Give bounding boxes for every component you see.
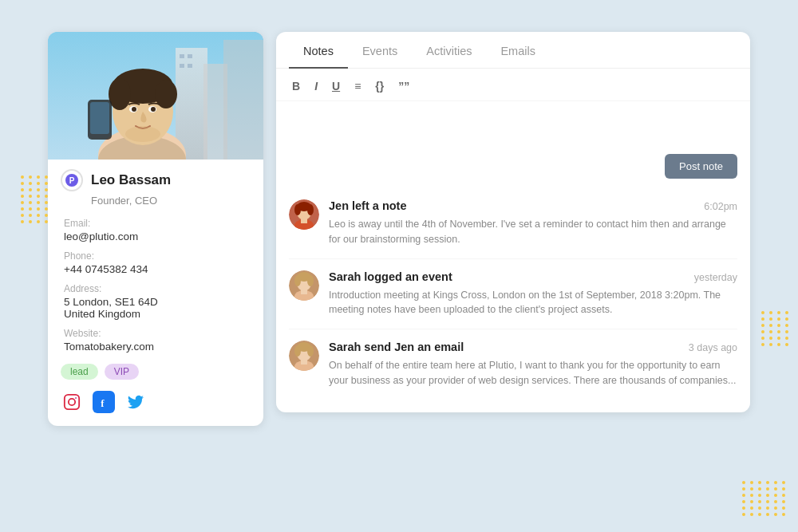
svg-rect-7 [188,64,192,68]
tag-vip[interactable]: VIP [105,364,139,380]
profile-info: P Leo Bassam Founder, CEO Email: leo@plu… [48,160,263,426]
tab-activities[interactable]: Activities [412,32,486,69]
note-content-3: Sarah send Jen an email 3 days ago On be… [329,341,737,388]
italic-button[interactable]: I [311,78,321,94]
post-note-button[interactable]: Post note [665,154,737,179]
svg-point-13 [109,78,131,110]
right-panel: Notes Events Activities Emails B I U ≡ {… [276,32,750,412]
dot-decoration-right-top [761,311,790,346]
website-value: Tomatobakery.com [64,341,247,353]
svg-text:f: f [101,398,105,409]
dot-decoration-right-bottom [742,481,787,516]
svg-point-33 [307,204,314,215]
left-panel: P Leo Bassam Founder, CEO Email: leo@plu… [48,32,263,426]
svg-rect-5 [188,54,192,58]
svg-point-32 [294,204,301,215]
svg-point-18 [151,107,156,112]
quote-button[interactable]: ”” [395,78,413,94]
profile-name-row: P Leo Bassam [61,169,251,191]
tag-lead[interactable]: lead [61,364,98,380]
note-header-1: Jen left a note 6:02pm [329,199,737,212]
plutio-logo: P [61,169,83,191]
contact-website-field: Website: Tomatobakery.com [64,328,247,353]
email-value: leo@plutio.com [64,231,247,242]
editor-toolbar: B I U ≡ {} ”” [276,69,750,101]
note-time-1: 6:02pm [704,201,737,212]
email-label: Email: [64,218,247,229]
note-content-1: Jen left a note 6:02pm Leo is away until… [329,199,737,247]
svg-point-39 [294,275,301,286]
tab-events[interactable]: Events [348,32,412,69]
note-title-3: Sarah send Jen an email [329,341,464,353]
profile-name: Leo Bassam [91,172,171,188]
post-note-container: Post note [276,149,750,188]
contact-section: Email: leo@plutio.com Phone: +44 0745382… [61,218,251,353]
note-header-2: Sarah logged an event yesterday [329,270,737,283]
svg-rect-35 [301,219,307,223]
svg-rect-3 [223,40,263,160]
underline-button[interactable]: U [329,78,343,94]
svg-rect-42 [301,290,307,294]
code-button[interactable]: {} [372,78,387,94]
svg-rect-24 [65,395,79,409]
note-title-1: Jen left a note [329,199,407,212]
list-button[interactable]: ≡ [351,78,364,94]
contact-email-field: Email: leo@plutio.com [64,218,247,242]
tabs-bar: Notes Events Activities Emails [276,32,750,69]
tab-emails[interactable]: Emails [486,32,550,69]
svg-point-47 [307,345,314,357]
website-label: Website: [64,328,247,339]
editor-area[interactable] [276,101,750,149]
note-header-3: Sarah send Jen an email 3 days ago [329,341,737,353]
svg-point-46 [294,345,301,357]
note-body-2: Introduction meeting at Kings Cross, Lon… [329,288,737,318]
note-item: Jen left a note 6:02pm Leo is away until… [289,188,737,259]
notes-list: Jen left a note 6:02pm Leo is away until… [276,188,750,412]
dot-decoration-left [21,175,49,223]
contact-phone-field: Phone: +44 0745382 434 [64,250,247,275]
svg-text:P: P [69,176,75,185]
bold-button[interactable]: B [289,78,303,94]
note-title-2: Sarah logged an event [329,270,452,283]
note-item-3: Sarah send Jen an email 3 days ago On be… [289,329,737,400]
address-line2: United Kingdom [64,308,247,320]
phone-label: Phone: [64,250,247,262]
address-line1: 5 London, SE1 64D [64,296,247,308]
phone-value: +44 0745382 434 [64,263,247,275]
facebook-icon[interactable]: f [93,391,115,413]
social-row: f [61,391,251,413]
svg-point-17 [132,107,136,112]
contact-address-field: Address: 5 London, SE1 64D United Kingdo… [64,283,247,320]
avatar-sarah-2 [289,341,319,371]
svg-point-25 [69,399,75,405]
note-body-1: Leo is away until the 4th of November. I… [329,217,737,247]
profile-title: Founder, CEO [91,195,251,207]
svg-rect-21 [90,102,109,134]
note-body-3: On behalf of the entire team here at Plu… [329,358,737,388]
svg-rect-49 [301,360,307,365]
note-content-2: Sarah logged an event yesterday Introduc… [329,270,737,318]
instagram-icon[interactable] [61,391,83,413]
svg-rect-6 [180,64,184,68]
avatar-sarah-1 [289,270,319,301]
profile-photo [48,32,263,160]
note-time-3: 3 days ago [689,342,737,353]
svg-point-40 [307,275,314,286]
tags-row: lead VIP [61,364,251,380]
avatar-jen [289,199,319,230]
app-container: P Leo Bassam Founder, CEO Email: leo@plu… [0,0,798,532]
tab-notes[interactable]: Notes [289,32,348,69]
address-label: Address: [64,283,247,294]
twitter-icon[interactable] [124,391,147,413]
svg-rect-4 [180,54,184,58]
note-time-2: yesterday [694,272,737,283]
note-item-2: Sarah logged an event yesterday Introduc… [289,259,737,330]
svg-point-26 [75,397,77,399]
svg-point-19 [125,126,160,142]
